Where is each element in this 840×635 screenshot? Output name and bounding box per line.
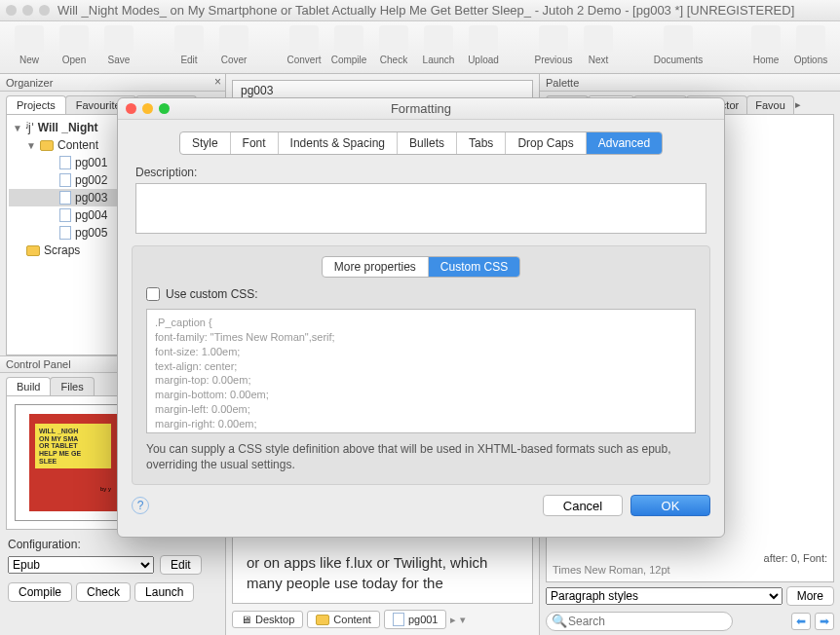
dialog-traffic-lights[interactable] xyxy=(126,103,170,114)
tab-font[interactable]: Font xyxy=(231,132,279,154)
use-custom-css-checkbox[interactable] xyxy=(146,287,160,301)
custom-css-tab[interactable]: Custom CSS xyxy=(429,257,519,277)
formatting-dialog: Formatting Style Font Indents & Spacing … xyxy=(117,97,725,538)
description-field[interactable] xyxy=(135,183,706,234)
tab-indents[interactable]: Indents & Spacing xyxy=(279,132,398,154)
tab-style[interactable]: Style xyxy=(180,132,231,154)
description-label: Description: xyxy=(135,166,197,179)
tab-tabs[interactable]: Tabs xyxy=(457,132,506,154)
tab-dropcaps[interactable]: Drop Caps xyxy=(506,132,586,154)
tab-advanced[interactable]: Advanced xyxy=(587,132,662,154)
tab-bullets[interactable]: Bullets xyxy=(398,132,457,154)
css-help-note: You can supply a CSS style definition ab… xyxy=(146,441,696,472)
dialog-titlebar: Formatting xyxy=(118,98,724,120)
use-custom-css-label: Use custom CSS: xyxy=(166,287,258,301)
custom-css-textarea[interactable]: .P_caption { font-family: "Times New Rom… xyxy=(146,309,696,433)
help-icon[interactable]: ? xyxy=(132,497,149,514)
cancel-button[interactable]: Cancel xyxy=(543,495,623,516)
more-properties-tab[interactable]: More properties xyxy=(323,257,429,277)
ok-button[interactable]: OK xyxy=(630,495,710,516)
formatting-tabs: Style Font Indents & Spacing Bullets Tab… xyxy=(179,131,663,155)
